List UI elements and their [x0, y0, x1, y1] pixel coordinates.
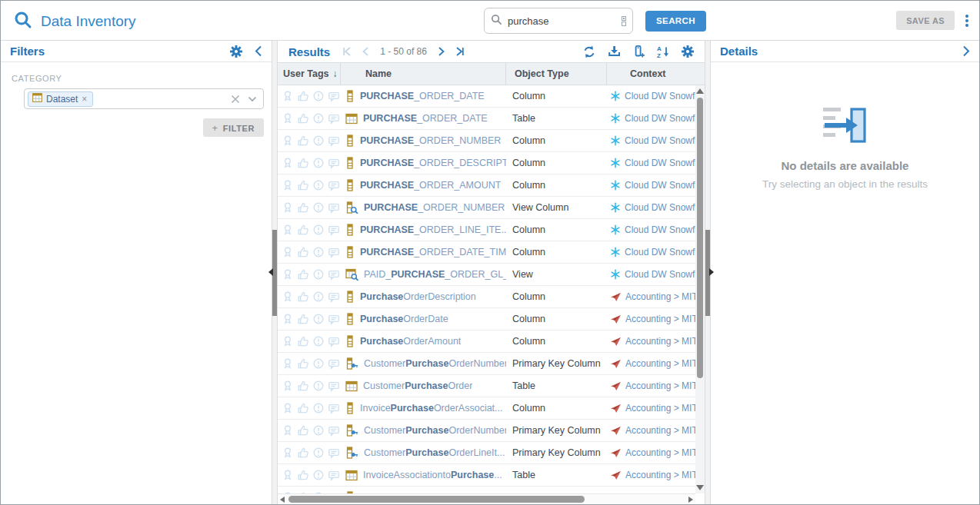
object-name-link[interactable]: PurchaseOrderDate — [360, 314, 448, 324]
comment-icon[interactable] — [328, 157, 340, 169]
alert-icon[interactable] — [312, 402, 325, 414]
alert-icon[interactable] — [312, 335, 325, 347]
table-row[interactable]: PurchaseOrderDescriptionColumnAccounting… — [278, 286, 697, 308]
award-icon[interactable] — [282, 246, 294, 258]
thumb-up-icon[interactable] — [297, 402, 309, 414]
collapse-right-handle-icon[interactable] — [709, 268, 714, 276]
table-row[interactable]: PURCHASE_ORDER_NUMBERColumnCloud DW Snow… — [278, 130, 697, 152]
object-name-link[interactable]: CustomerPurchaseOrderNumber — [364, 425, 506, 436]
table-row[interactable]: InvoiceAssociationtoPurchase...TableAcco… — [278, 464, 697, 487]
comment-icon[interactable] — [328, 179, 340, 191]
alert-icon[interactable] — [312, 112, 325, 125]
column-header-user-tags[interactable]: User Tags ↓ — [278, 63, 341, 85]
next-page-icon[interactable] — [438, 46, 445, 57]
table-row[interactable]: PurchaseOrderAmountColumnAccounting > MI… — [278, 331, 697, 353]
alert-icon[interactable] — [312, 357, 325, 370]
thumb-up-icon[interactable] — [297, 135, 309, 147]
thumb-up-icon[interactable] — [297, 157, 309, 169]
scroll-right-icon[interactable] — [688, 497, 693, 503]
object-name-link[interactable]: PURCHASE_ORDER_AMOUNT — [360, 180, 501, 191]
category-select[interactable]: Dataset × — [24, 88, 264, 109]
download-icon[interactable] — [608, 45, 621, 58]
table-row[interactable]: PURCHASE_ORDER_LINE_ITE...ColumnCloud DW… — [278, 219, 697, 241]
object-name-link[interactable]: PurchaseOrderDescription — [360, 291, 476, 302]
chip-remove-icon[interactable]: × — [82, 94, 87, 105]
context-link[interactable]: Cloud DW Snowfla — [625, 224, 697, 235]
thumb-up-icon[interactable] — [297, 246, 309, 258]
thumb-up-icon[interactable] — [297, 224, 309, 236]
scroll-down-icon[interactable] — [696, 485, 704, 490]
table-row[interactable]: PURCHASE_ORDER_AMOUNTColumnCloud DW Snow… — [278, 174, 697, 197]
alert-icon[interactable] — [312, 135, 325, 147]
object-name-link[interactable]: InvoicePurchaseOrderAssociat... — [360, 403, 503, 414]
horizontal-scrollbar[interactable] — [278, 493, 695, 504]
alert-icon[interactable] — [312, 380, 325, 392]
table-row[interactable]: PURCHASE_ORDER_DATEColumnCloud DW Snowfl… — [278, 85, 697, 108]
column-header-context[interactable]: Context — [607, 63, 705, 85]
object-name-link[interactable]: PurchaseOrderAmount — [360, 336, 461, 347]
vertical-scrollbar[interactable] — [695, 85, 705, 493]
comment-icon[interactable] — [328, 135, 340, 147]
thumb-up-icon[interactable] — [297, 335, 309, 347]
context-link[interactable]: Accounting > MITI- — [625, 314, 697, 324]
object-name-link[interactable]: PAID_PURCHASE_ORDER_GL_... — [364, 269, 506, 280]
context-link[interactable]: Accounting > MITI- — [625, 358, 697, 369]
comment-icon[interactable] — [328, 246, 340, 258]
table-row[interactable] — [278, 487, 697, 493]
alert-icon[interactable] — [312, 179, 325, 191]
column-header-object-type[interactable]: Object Type — [506, 63, 607, 85]
table-row[interactable]: InvoicePurchaseOrderAssociat...ColumnAcc… — [278, 397, 697, 420]
thumb-up-icon[interactable] — [297, 112, 309, 125]
object-name-link[interactable]: PURCHASE_ORDER_LINE_ITE... — [360, 224, 506, 235]
select-chevron-down-icon[interactable] — [248, 96, 257, 102]
table-row[interactable]: PURCHASE_ORDER_DESCRIPT...ColumnCloud DW… — [278, 152, 697, 174]
context-link[interactable]: Cloud DW Snowfla — [625, 269, 697, 280]
kebab-menu-icon[interactable] — [964, 13, 970, 28]
comment-icon[interactable] — [328, 335, 340, 347]
details-collapse-icon[interactable] — [962, 45, 970, 57]
thumb-up-icon[interactable] — [297, 424, 309, 437]
table-row[interactable]: PurchaseOrderDateColumnAccounting > MITI… — [278, 308, 697, 331]
object-name-link[interactable]: CustomerPurchaseOrderLineIt... — [364, 447, 505, 458]
context-link[interactable]: Accounting > MITI- — [625, 380, 697, 391]
filters-collapse-icon[interactable] — [255, 45, 262, 57]
object-name-link[interactable]: PURCHASE_ORDER_DATE_TIM... — [360, 247, 506, 257]
results-gear-icon[interactable] — [682, 45, 694, 58]
search-button[interactable]: SEARCH — [645, 11, 706, 32]
add-column-icon[interactable] — [632, 45, 645, 58]
context-link[interactable]: Cloud DW Snowfla — [625, 247, 697, 257]
alert-icon[interactable] — [312, 447, 325, 459]
award-icon[interactable] — [282, 112, 294, 125]
table-row[interactable]: CustomerPurchaseOrderNumberPrimary Key C… — [278, 353, 697, 375]
alert-icon[interactable] — [312, 291, 325, 303]
search-box[interactable]: purchase — [484, 8, 633, 34]
award-icon[interactable] — [282, 424, 294, 437]
object-name-link[interactable]: CustomerPurchaseOrderNumber — [364, 358, 506, 369]
add-filter-button[interactable]: +FILTER — [203, 118, 264, 137]
object-name-link[interactable]: PURCHASE_ORDER_DESCRIPT... — [360, 158, 506, 168]
comment-icon[interactable] — [328, 224, 340, 236]
comment-icon[interactable] — [328, 112, 340, 125]
alert-icon[interactable] — [312, 246, 325, 258]
collapse-left-handle-icon[interactable] — [268, 268, 273, 276]
refresh-icon[interactable] — [582, 45, 596, 58]
alert-icon[interactable] — [312, 157, 325, 169]
award-icon[interactable] — [282, 224, 294, 236]
left-splitter[interactable] — [272, 41, 278, 504]
column-header-name[interactable]: Name — [341, 63, 506, 85]
award-icon[interactable] — [282, 402, 294, 414]
context-link[interactable]: Accounting > MITI- — [625, 470, 697, 480]
scroll-up-icon[interactable] — [696, 88, 704, 94]
award-icon[interactable] — [282, 157, 294, 169]
comment-icon[interactable] — [328, 424, 340, 437]
object-name-link[interactable]: PURCHASE_ORDER_NUMBER — [360, 135, 501, 146]
thumb-up-icon[interactable] — [297, 357, 309, 370]
thumb-up-icon[interactable] — [297, 291, 309, 303]
thumb-up-icon[interactable] — [297, 90, 309, 102]
alert-icon[interactable] — [312, 268, 325, 281]
table-row[interactable]: PURCHASE_ORDER_DATE_TIM...ColumnCloud DW… — [278, 241, 697, 264]
alert-icon[interactable] — [312, 313, 325, 325]
thumb-up-icon[interactable] — [297, 201, 309, 214]
award-icon[interactable] — [282, 380, 294, 392]
thumb-up-icon[interactable] — [297, 380, 309, 392]
